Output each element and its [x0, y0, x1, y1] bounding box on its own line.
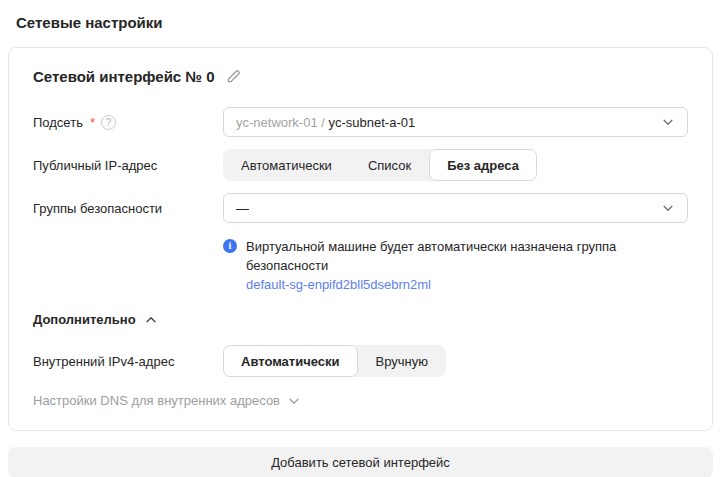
security-groups-value: —: [236, 201, 249, 216]
advanced-section-toggle[interactable]: Дополнительно: [33, 312, 688, 327]
page-title: Сетевые настройки: [16, 14, 705, 31]
public-ip-label: Публичный IP-адрес: [33, 158, 157, 173]
public-ip-segmented-control: Автоматически Список Без адреса: [223, 149, 537, 181]
subnet-name: yc-subnet-a-01: [328, 115, 415, 130]
segment-public-ip-list[interactable]: Список: [350, 149, 429, 181]
network-settings-page: Сетевые настройки Сетевой интерфейс № 0 …: [0, 0, 721, 477]
segment-internal-ip-auto[interactable]: Автоматически: [223, 345, 358, 377]
subnet-row: Подсеть* ? yc-network-01 / yc-subnet-a-0…: [33, 107, 688, 137]
segment-public-ip-none[interactable]: Без адреса: [429, 149, 537, 181]
info-icon: i: [223, 239, 237, 253]
security-groups-label: Группы безопасности: [33, 201, 162, 216]
internal-ip-segmented-control: Автоматически Вручную: [223, 345, 446, 377]
network-interface-card: Сетевой интерфейс № 0 Подсеть* ? yc-netw…: [8, 47, 713, 431]
internal-ip-row: Внутренний IPv4-адрес Автоматически Вруч…: [33, 345, 688, 377]
card-header: Сетевой интерфейс № 0: [33, 68, 688, 85]
dns-settings-toggle[interactable]: Настройки DNS для внутренних адресов: [33, 393, 688, 408]
subnet-network-prefix: yc-network-01 /: [236, 115, 328, 130]
chevron-down-icon: [287, 394, 301, 408]
subnet-select[interactable]: yc-network-01 / yc-subnet-a-01: [223, 107, 688, 137]
chevron-down-icon: [661, 115, 675, 129]
question-circle-icon[interactable]: ?: [101, 115, 116, 130]
segment-public-ip-auto[interactable]: Автоматически: [223, 149, 350, 181]
info-note-text: Виртуальной машине будет автоматически н…: [246, 239, 616, 273]
security-groups-select[interactable]: —: [223, 193, 688, 223]
security-group-info-note: i Виртуальной машине будет автоматически…: [223, 237, 623, 294]
add-interface-button[interactable]: Добавить сетевой интерфейс: [8, 447, 713, 477]
edit-pencil-icon[interactable]: [225, 68, 242, 85]
required-asterisk: *: [90, 115, 95, 130]
security-groups-row: Группы безопасности —: [33, 193, 688, 223]
internal-ip-label: Внутренний IPv4-адрес: [33, 354, 174, 369]
segment-internal-ip-manual[interactable]: Вручную: [358, 345, 446, 377]
chevron-down-icon: [661, 201, 675, 215]
subnet-label: Подсеть: [33, 115, 83, 130]
subnet-label-cell: Подсеть* ?: [33, 115, 223, 130]
dns-settings-label: Настройки DNS для внутренних адресов: [33, 393, 280, 408]
info-note-body: Виртуальной машине будет автоматически н…: [246, 237, 623, 294]
subnet-select-value: yc-network-01 / yc-subnet-a-01: [236, 115, 415, 130]
card-title: Сетевой интерфейс № 0: [33, 68, 215, 85]
security-group-link[interactable]: default-sg-enpifd2bll5dsebrn2ml: [246, 275, 431, 294]
advanced-label: Дополнительно: [33, 312, 136, 327]
chevron-up-icon: [144, 313, 158, 327]
public-ip-row: Публичный IP-адрес Автоматически Список …: [33, 149, 688, 181]
